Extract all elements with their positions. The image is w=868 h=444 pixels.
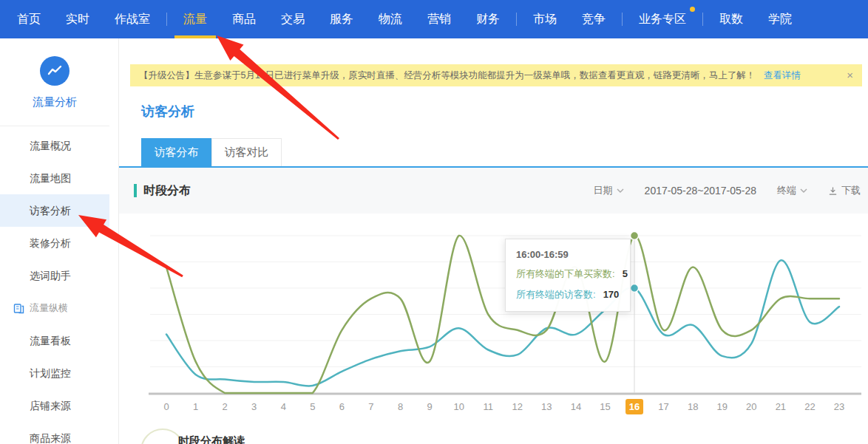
sidebar-menu: 流量概况流量地图访客分析装修分析选词助手流量纵横流量看板计划监控店铺来源商品来源 — [0, 126, 109, 444]
sidebar-header: 流量分析 — [0, 38, 109, 126]
nav-item[interactable]: 交易 — [268, 0, 317, 38]
nav-divider — [166, 13, 167, 26]
x-tick[interactable]: 15 — [600, 401, 610, 412]
nav-item[interactable]: 竞争 — [569, 0, 618, 38]
sidebar-item[interactable]: 流量概况 — [0, 129, 109, 162]
chart-canvas[interactable]: 01234567891011121314151617181920212223 — [119, 214, 868, 424]
tooltip-buyers-label: 所有终端的下单买家数: — [516, 268, 615, 279]
x-tick[interactable]: 9 — [427, 401, 432, 412]
sidebar-item[interactable]: 流量地图 — [0, 162, 109, 194]
x-tick[interactable]: 4 — [281, 401, 286, 412]
sidebar-group-item[interactable]: 流量纵横 — [0, 292, 109, 324]
x-tick[interactable]: 23 — [834, 401, 844, 412]
nav-item[interactable]: 业务专区 — [626, 0, 699, 38]
x-tick[interactable]: 5 — [310, 401, 315, 412]
x-tick[interactable]: 6 — [339, 401, 345, 412]
sidebar-item-label: 访客分析 — [30, 205, 71, 216]
nav-item[interactable]: 营销 — [415, 0, 464, 38]
x-tick-highlighted[interactable]: 16 — [629, 401, 640, 412]
tooltip-title: 16:00-16:59 — [516, 249, 620, 260]
main-content: 【升级公告】生意参谋于5月16日已进行菜单升级，原实时直播、经营分析等模块功能都… — [118, 38, 868, 444]
x-tick[interactable]: 14 — [571, 401, 581, 412]
nav-divider — [516, 13, 517, 26]
sidebar: 流量分析 流量概况流量地图访客分析装修分析选词助手流量纵横流量看板计划监控店铺来… — [0, 38, 109, 444]
x-tick[interactable]: 11 — [483, 401, 493, 412]
nav-item[interactable]: 首页 — [4, 0, 53, 38]
nav-item[interactable]: 财务 — [464, 0, 512, 38]
sidebar-item[interactable]: 装修分析 — [0, 227, 109, 259]
sidebar-header-label: 流量分析 — [0, 95, 109, 109]
notice-banner: 【升级公告】生意参谋于5月16日已进行菜单升级，原实时直播、经营分析等模块功能都… — [130, 64, 862, 86]
x-tick[interactable]: 7 — [368, 401, 373, 412]
sidebar-item[interactable]: 商品来源 — [0, 422, 109, 444]
sidebar-item-label: 装修分析 — [30, 237, 71, 249]
x-tick[interactable]: 12 — [512, 401, 523, 412]
tooltip-buyers-value: 5 — [623, 268, 628, 279]
section-title-wrap: 时段分布 — [134, 183, 191, 199]
page-title: 访客分析 — [141, 103, 868, 120]
top-navbar: 首页实时作战室流量商品交易服务物流营销财务市场竞争业务专区取数学院 — [0, 0, 868, 38]
nav-item[interactable]: 物流 — [366, 0, 415, 38]
section-footer: 时段分布解读 — [119, 424, 868, 444]
page-body: 流量分析 流量概况流量地图访客分析装修分析选词助手流量纵横流量看板计划监控店铺来… — [0, 38, 868, 444]
sidebar-item-label: 选词助手 — [30, 270, 71, 281]
terminal-dropdown-label: 终端 — [777, 184, 796, 197]
sidebar-item-label: 店铺来源 — [30, 400, 71, 411]
line-chart-icon — [40, 56, 69, 86]
sidebar-item-label: 流量纵横 — [30, 292, 68, 324]
download-icon — [828, 186, 838, 196]
sidebar-item[interactable]: 选词助手 — [0, 259, 109, 292]
x-tick[interactable]: 2 — [223, 401, 228, 412]
tooltip-visitors-row: 所有终端的访客数:170 — [516, 288, 620, 301]
terminal-dropdown[interactable]: 终端 — [777, 184, 807, 197]
nav-item[interactable]: 商品 — [220, 0, 268, 38]
hourly-distribution-chart: 01234567891011121314151617181920212223 1… — [119, 214, 868, 424]
nav-items: 首页实时作战室流量商品交易服务物流营销财务市场竞争业务专区取数学院 — [4, 0, 804, 38]
x-tick[interactable]: 10 — [453, 401, 464, 412]
notification-dot-icon — [690, 7, 695, 12]
chevron-down-icon — [617, 188, 624, 193]
x-tick[interactable]: 0 — [163, 401, 169, 412]
nav-item[interactable]: 服务 — [317, 0, 366, 38]
nav-item[interactable]: 实时 — [53, 0, 102, 38]
insight-title: 时段分布解读 — [178, 434, 245, 444]
banner-link[interactable]: 查看详情 — [764, 70, 801, 81]
date-dropdown-label: 日期 — [594, 184, 613, 197]
nav-item[interactable]: 作战室 — [102, 0, 163, 38]
x-tick[interactable]: 18 — [688, 401, 698, 412]
nav-item[interactable]: 取数 — [707, 0, 756, 38]
sidebar-item[interactable]: 流量看板 — [0, 324, 109, 357]
date-dropdown[interactable]: 日期 — [594, 184, 624, 197]
app-window: 首页实时作战室流量商品交易服务物流营销财务市场竞争业务专区取数学院 流量分析 流… — [0, 0, 868, 444]
sidebar-item[interactable]: 访客分析 — [0, 194, 109, 227]
tab-visitor-distribution[interactable]: 访客分布 — [141, 138, 211, 166]
tab-visitor-compare[interactable]: 访客对比 — [211, 138, 282, 166]
section-marker — [134, 184, 137, 197]
nav-item[interactable]: 市场 — [521, 0, 569, 38]
nav-divider — [622, 13, 623, 26]
close-icon[interactable]: × — [847, 64, 853, 86]
x-tick[interactable]: 21 — [776, 401, 786, 412]
x-tick[interactable]: 8 — [398, 401, 403, 412]
x-tick[interactable]: 22 — [804, 401, 815, 412]
x-tick[interactable]: 3 — [251, 401, 257, 412]
sidebar-item[interactable]: 店铺来源 — [0, 389, 109, 422]
nav-divider — [702, 13, 703, 26]
selected-point-buyers — [631, 232, 639, 240]
section-title: 时段分布 — [143, 183, 191, 199]
x-tick[interactable]: 19 — [717, 401, 728, 412]
date-range-picker[interactable]: 2017-05-28~2017-05-28 — [645, 185, 756, 197]
sidebar-item-label: 商品来源 — [30, 432, 71, 444]
chart-tooltip: 16:00-16:59 所有终端的下单买家数:5 所有终端的访客数:170 — [505, 239, 631, 312]
x-tick[interactable]: 17 — [658, 401, 668, 412]
sidebar-item-label: 流量看板 — [30, 335, 71, 346]
nav-item[interactable]: 学院 — [756, 0, 804, 38]
sidebar-item-label: 流量概况 — [30, 140, 71, 151]
x-tick[interactable]: 13 — [541, 401, 552, 412]
download-button[interactable]: 下载 — [828, 184, 861, 197]
tab-bar: 访客分布 访客对比 — [141, 138, 868, 166]
x-tick[interactable]: 20 — [746, 401, 756, 412]
x-tick[interactable]: 1 — [193, 401, 198, 412]
nav-item[interactable]: 流量 — [171, 0, 220, 38]
sidebar-item[interactable]: 计划监控 — [0, 357, 109, 389]
